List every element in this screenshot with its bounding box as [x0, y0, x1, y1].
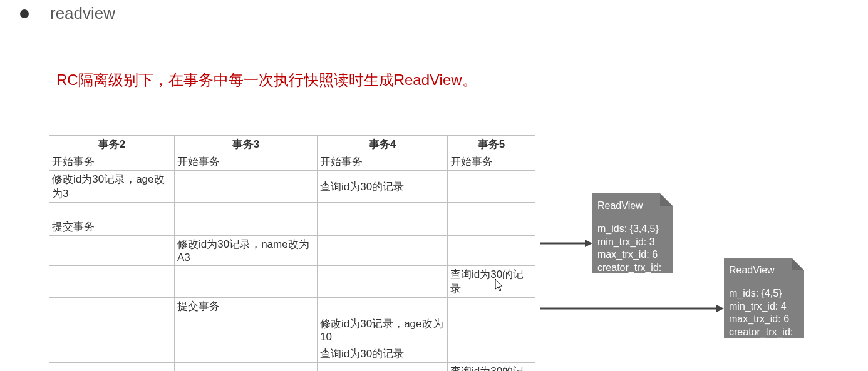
- header-tx3: 事务3: [175, 136, 318, 153]
- table-row: 查询id为30的记录: [49, 345, 535, 363]
- note1-creator: creator_trx_id: 5: [597, 262, 666, 288]
- folded-corner-icon: [660, 193, 673, 206]
- table-row: 查询id为30的记录: [49, 266, 535, 298]
- table-cell: 提交事务: [49, 218, 175, 236]
- table-cell: 查询id为30的记录: [448, 363, 535, 372]
- slide-title: readview: [50, 4, 115, 23]
- table-row: 提交事务: [49, 298, 535, 315]
- table-cell: [175, 345, 318, 363]
- table-cell: [448, 218, 535, 236]
- folded-corner-icon: [792, 258, 804, 270]
- table-cell: 查询id为30的记录: [318, 171, 448, 203]
- slide-title-row: readview: [20, 4, 115, 23]
- arrow-icon: [540, 237, 592, 250]
- table-cell: [318, 236, 448, 266]
- table-cell: [175, 171, 318, 203]
- table-cell: 开始事务: [318, 153, 448, 171]
- table-cell: [318, 298, 448, 315]
- table-cell: 修改id为30记录，name改为A3: [175, 236, 318, 266]
- header-tx2: 事务2: [49, 136, 175, 153]
- table-cell: [448, 315, 535, 345]
- transaction-table: 事务2 事务3 事务4 事务5 开始事务开始事务开始事务开始事务修改id为30记…: [49, 135, 535, 371]
- table-row: [49, 203, 535, 218]
- table-cell: [49, 315, 175, 345]
- table-header-row: 事务2 事务3 事务4 事务5: [49, 136, 535, 153]
- note2-min: min_trx_id: 4: [729, 300, 798, 313]
- note2-title: ReadView: [729, 264, 798, 277]
- table-row: 查询id为30的记录: [49, 363, 535, 372]
- readview-note-2: ReadView m_ids: {4,5} min_trx_id: 4 max_…: [724, 258, 804, 338]
- note1-title: ReadView: [597, 200, 666, 213]
- table-row: 修改id为30记录，age改为10: [49, 315, 535, 345]
- table-row: 修改id为30记录，age改为3查询id为30的记录: [49, 171, 535, 203]
- svg-marker-3: [716, 305, 724, 312]
- table-row: 修改id为30记录，name改为A3: [49, 236, 535, 266]
- table-cell: [175, 315, 318, 345]
- table-cell: 查询id为30的记录: [318, 345, 448, 363]
- table-cell: 查询id为30的记录: [448, 266, 535, 298]
- table-cell: [175, 363, 318, 372]
- table-cell: [175, 203, 318, 218]
- table-cell: [49, 236, 175, 266]
- table-cell: [318, 266, 448, 298]
- transaction-table-wrap: 事务2 事务3 事务4 事务5 开始事务开始事务开始事务开始事务修改id为30记…: [49, 135, 535, 371]
- table-cell: 开始事务: [175, 153, 318, 171]
- note1-mids: m_ids: {3,4,5}: [597, 223, 666, 236]
- table-row: 提交事务: [49, 218, 535, 236]
- readview-note-1: ReadView m_ids: {3,4,5} min_trx_id: 3 ma…: [592, 193, 673, 273]
- header-tx5: 事务5: [448, 136, 535, 153]
- table-cell: [175, 266, 318, 298]
- cursor-icon: [495, 279, 504, 292]
- bullet-icon: [20, 9, 29, 18]
- arrow-icon: [540, 302, 724, 315]
- note1-min: min_trx_id: 3: [597, 236, 666, 249]
- table-cell: [448, 236, 535, 266]
- table-cell: [448, 203, 535, 218]
- table-cell: 修改id为30记录，age改为3: [49, 171, 175, 203]
- table-cell: [175, 218, 318, 236]
- table-cell: [49, 345, 175, 363]
- table-cell: [49, 266, 175, 298]
- table-cell: [49, 363, 175, 372]
- table-cell: [448, 345, 535, 363]
- table-cell: [448, 298, 535, 315]
- table-cell: [49, 298, 175, 315]
- table-cell: [318, 218, 448, 236]
- note2-max: max_trx_id: 6: [729, 313, 798, 326]
- table-cell: [448, 171, 535, 203]
- note2-creator: creator_trx_id: 5: [729, 326, 798, 352]
- subtitle-text: RC隔离级别下，在事务中每一次执行快照读时生成ReadView。: [56, 70, 477, 90]
- note2-mids: m_ids: {4,5}: [729, 287, 798, 300]
- svg-marker-1: [585, 240, 592, 247]
- table-row: 开始事务开始事务开始事务开始事务: [49, 153, 535, 171]
- table-cell: [318, 203, 448, 218]
- table-cell: 修改id为30记录，age改为10: [318, 315, 448, 345]
- table-cell: 开始事务: [448, 153, 535, 171]
- note1-max: max_trx_id: 6: [597, 248, 666, 262]
- table-cell: [318, 363, 448, 372]
- header-tx4: 事务4: [318, 136, 448, 153]
- table-cell: 提交事务: [175, 298, 318, 315]
- table-cell: [49, 203, 175, 218]
- table-cell: 开始事务: [49, 153, 175, 171]
